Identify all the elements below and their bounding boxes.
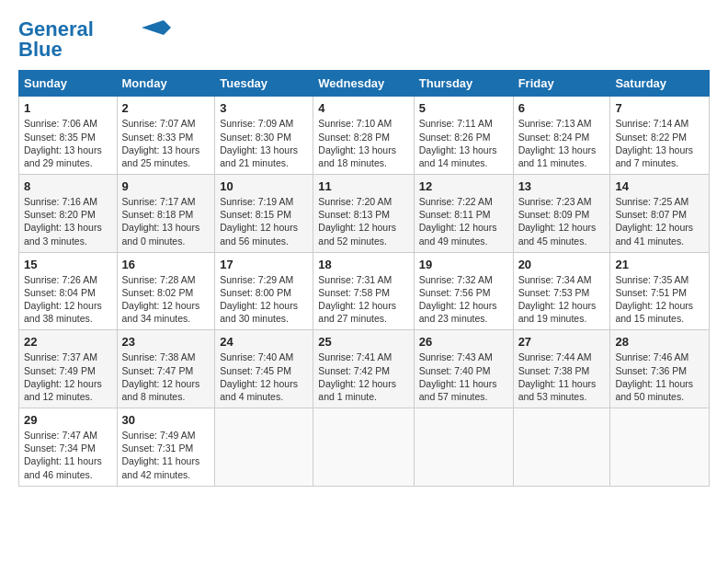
- day-info: Sunrise: 7:10 AM Sunset: 8:28 PM Dayligh…: [318, 117, 408, 169]
- day-number: 12: [419, 179, 508, 193]
- day-info: Sunrise: 7:09 AM Sunset: 8:30 PM Dayligh…: [220, 117, 308, 169]
- day-cell: 21Sunrise: 7:35 AM Sunset: 7:51 PM Dayli…: [610, 252, 710, 330]
- day-cell: 23Sunrise: 7:38 AM Sunset: 7:47 PM Dayli…: [117, 330, 215, 408]
- page-header: General Blue: [18, 18, 710, 61]
- day-number: 21: [615, 258, 704, 271]
- day-cell: 12Sunrise: 7:22 AM Sunset: 8:11 PM Dayli…: [414, 175, 513, 253]
- day-info: Sunrise: 7:35 AM Sunset: 7:51 PM Dayligh…: [615, 273, 704, 326]
- day-info: Sunrise: 7:40 AM Sunset: 7:45 PM Dayligh…: [220, 350, 308, 403]
- day-number: 13: [518, 179, 606, 193]
- header-thursday: Thursday: [414, 71, 513, 97]
- day-info: Sunrise: 7:26 AM Sunset: 8:04 PM Dayligh…: [24, 273, 112, 326]
- day-info: Sunrise: 7:29 AM Sunset: 8:00 PM Dayligh…: [220, 273, 308, 326]
- day-cell: 10Sunrise: 7:19 AM Sunset: 8:15 PM Dayli…: [215, 175, 313, 253]
- day-info: Sunrise: 7:19 AM Sunset: 8:15 PM Dayligh…: [220, 195, 308, 247]
- day-cell: 22Sunrise: 7:37 AM Sunset: 7:49 PM Dayli…: [19, 330, 118, 408]
- day-info: Sunrise: 7:13 AM Sunset: 8:24 PM Dayligh…: [518, 117, 606, 169]
- week-row-1: 1Sunrise: 7:06 AM Sunset: 8:35 PM Daylig…: [19, 97, 710, 175]
- day-info: Sunrise: 7:23 AM Sunset: 8:09 PM Dayligh…: [518, 195, 606, 247]
- day-cell: 28Sunrise: 7:46 AM Sunset: 7:36 PM Dayli…: [610, 330, 710, 408]
- day-number: 28: [615, 335, 704, 349]
- day-number: 9: [122, 179, 210, 193]
- day-info: Sunrise: 7:14 AM Sunset: 8:22 PM Dayligh…: [615, 117, 704, 169]
- day-number: 5: [419, 101, 508, 115]
- header-tuesday: Tuesday: [215, 71, 313, 97]
- day-info: Sunrise: 7:47 AM Sunset: 7:34 PM Dayligh…: [24, 429, 112, 481]
- day-number: 7: [615, 101, 704, 115]
- day-cell: [610, 408, 710, 487]
- week-row-4: 22Sunrise: 7:37 AM Sunset: 7:49 PM Dayli…: [19, 330, 710, 408]
- day-number: 15: [24, 258, 112, 271]
- day-number: 24: [220, 335, 308, 349]
- day-cell: 14Sunrise: 7:25 AM Sunset: 8:07 PM Dayli…: [610, 175, 710, 253]
- logo-text-blue: Blue: [18, 39, 63, 61]
- day-info: Sunrise: 7:20 AM Sunset: 8:13 PM Dayligh…: [318, 195, 408, 247]
- day-number: 23: [122, 335, 210, 349]
- header-friday: Friday: [513, 71, 610, 97]
- day-info: Sunrise: 7:34 AM Sunset: 7:53 PM Dayligh…: [518, 273, 606, 326]
- day-cell: [313, 408, 414, 487]
- day-info: Sunrise: 7:16 AM Sunset: 8:20 PM Dayligh…: [24, 195, 112, 247]
- day-number: 10: [220, 179, 308, 193]
- day-info: Sunrise: 7:32 AM Sunset: 7:56 PM Dayligh…: [419, 273, 508, 326]
- day-cell: 20Sunrise: 7:34 AM Sunset: 7:53 PM Dayli…: [513, 252, 610, 330]
- day-cell: 18Sunrise: 7:31 AM Sunset: 7:58 PM Dayli…: [313, 252, 414, 330]
- week-row-5: 29Sunrise: 7:47 AM Sunset: 7:34 PM Dayli…: [19, 408, 710, 487]
- day-cell: 2Sunrise: 7:07 AM Sunset: 8:33 PM Daylig…: [117, 97, 215, 175]
- day-cell: 16Sunrise: 7:28 AM Sunset: 8:02 PM Dayli…: [117, 252, 215, 330]
- day-cell: 24Sunrise: 7:40 AM Sunset: 7:45 PM Dayli…: [215, 330, 313, 408]
- header-saturday: Saturday: [610, 71, 710, 97]
- day-info: Sunrise: 7:22 AM Sunset: 8:11 PM Dayligh…: [419, 195, 508, 247]
- day-number: 20: [518, 258, 606, 271]
- day-number: 6: [518, 101, 606, 115]
- day-info: Sunrise: 7:44 AM Sunset: 7:38 PM Dayligh…: [518, 350, 606, 403]
- day-number: 8: [24, 179, 112, 193]
- day-number: 27: [518, 335, 606, 349]
- day-number: 22: [24, 335, 112, 349]
- day-number: 17: [220, 258, 308, 271]
- day-number: 2: [122, 101, 210, 115]
- day-info: Sunrise: 7:31 AM Sunset: 7:58 PM Dayligh…: [318, 273, 408, 326]
- day-cell: 11Sunrise: 7:20 AM Sunset: 8:13 PM Dayli…: [313, 175, 414, 253]
- day-info: Sunrise: 7:38 AM Sunset: 7:47 PM Dayligh…: [122, 350, 210, 403]
- header-sunday: Sunday: [19, 71, 118, 97]
- day-info: Sunrise: 7:46 AM Sunset: 7:36 PM Dayligh…: [615, 350, 704, 403]
- day-number: 16: [122, 258, 210, 271]
- day-number: 26: [419, 335, 508, 349]
- day-cell: 9Sunrise: 7:17 AM Sunset: 8:18 PM Daylig…: [117, 175, 215, 253]
- day-number: 29: [24, 413, 112, 427]
- day-cell: 15Sunrise: 7:26 AM Sunset: 8:04 PM Dayli…: [19, 252, 118, 330]
- day-cell: [215, 408, 313, 487]
- day-info: Sunrise: 7:37 AM Sunset: 7:49 PM Dayligh…: [24, 350, 112, 403]
- day-number: 18: [318, 258, 408, 271]
- day-cell: 1Sunrise: 7:06 AM Sunset: 8:35 PM Daylig…: [19, 97, 118, 175]
- day-cell: 19Sunrise: 7:32 AM Sunset: 7:56 PM Dayli…: [414, 252, 513, 330]
- day-number: 4: [318, 101, 408, 115]
- day-info: Sunrise: 7:28 AM Sunset: 8:02 PM Dayligh…: [122, 273, 210, 326]
- day-cell: 26Sunrise: 7:43 AM Sunset: 7:40 PM Dayli…: [414, 330, 513, 408]
- day-info: Sunrise: 7:06 AM Sunset: 8:35 PM Dayligh…: [24, 117, 112, 169]
- day-cell: 30Sunrise: 7:49 AM Sunset: 7:31 PM Dayli…: [117, 408, 215, 487]
- day-info: Sunrise: 7:25 AM Sunset: 8:07 PM Dayligh…: [615, 195, 704, 247]
- day-cell: 27Sunrise: 7:44 AM Sunset: 7:38 PM Dayli…: [513, 330, 610, 408]
- day-number: 19: [419, 258, 508, 271]
- day-number: 11: [318, 179, 408, 193]
- day-cell: 5Sunrise: 7:11 AM Sunset: 8:26 PM Daylig…: [414, 97, 513, 175]
- day-cell: 8Sunrise: 7:16 AM Sunset: 8:20 PM Daylig…: [19, 175, 118, 253]
- day-cell: 3Sunrise: 7:09 AM Sunset: 8:30 PM Daylig…: [215, 97, 313, 175]
- day-number: 14: [615, 179, 704, 193]
- day-cell: 29Sunrise: 7:47 AM Sunset: 7:34 PM Dayli…: [19, 408, 118, 487]
- logo-icon: [142, 20, 171, 35]
- day-number: 30: [122, 413, 210, 427]
- day-info: Sunrise: 7:17 AM Sunset: 8:18 PM Dayligh…: [122, 195, 210, 247]
- header-monday: Monday: [117, 71, 215, 97]
- day-info: Sunrise: 7:49 AM Sunset: 7:31 PM Dayligh…: [122, 429, 210, 481]
- day-cell: [414, 408, 513, 487]
- day-info: Sunrise: 7:07 AM Sunset: 8:33 PM Dayligh…: [122, 117, 210, 169]
- week-row-2: 8Sunrise: 7:16 AM Sunset: 8:20 PM Daylig…: [19, 175, 710, 253]
- header-wednesday: Wednesday: [313, 71, 414, 97]
- day-cell: 17Sunrise: 7:29 AM Sunset: 8:00 PM Dayli…: [215, 252, 313, 330]
- day-cell: 4Sunrise: 7:10 AM Sunset: 8:28 PM Daylig…: [313, 97, 414, 175]
- calendar-header-row: SundayMondayTuesdayWednesdayThursdayFrid…: [19, 71, 710, 97]
- day-number: 1: [24, 101, 112, 115]
